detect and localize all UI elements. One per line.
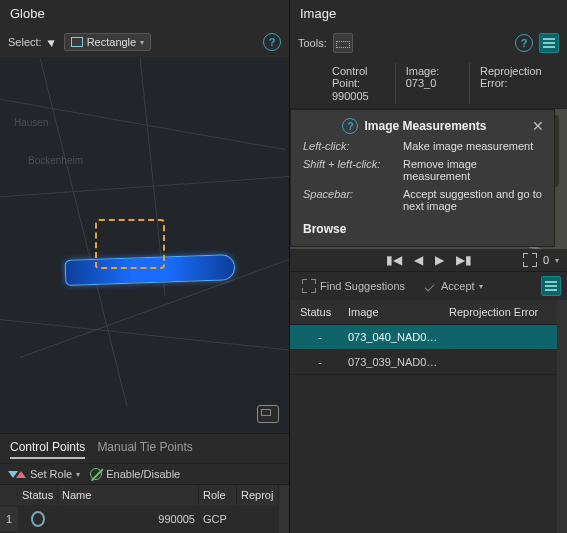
tools-label: Tools: bbox=[298, 37, 327, 49]
image-panel: Image Tools: ? Control Point: 990005 Ima… bbox=[290, 0, 567, 533]
select-label: Select: bbox=[8, 36, 42, 48]
lower-tabs: Control Points Manual Tie Points bbox=[0, 433, 289, 463]
role-up-icon bbox=[16, 471, 26, 478]
table-header-row: Status Name Role Reproj bbox=[0, 485, 279, 505]
col-role[interactable]: Role bbox=[199, 485, 237, 505]
last-button[interactable]: ▶▮ bbox=[456, 253, 472, 267]
col-reproj[interactable]: Reproj bbox=[237, 485, 279, 505]
info-cp-value: 990005 bbox=[332, 90, 385, 102]
accept-icon bbox=[423, 279, 437, 293]
info-icon: ? bbox=[342, 118, 358, 134]
image-view-container: Measured point Projected point Suggested… bbox=[290, 109, 567, 249]
info-image-value: 073_0 bbox=[406, 77, 437, 89]
set-role-label: Set Role bbox=[30, 468, 72, 480]
draw-icon bbox=[336, 37, 350, 49]
tab-control-points[interactable]: Control Points bbox=[10, 440, 85, 459]
browse-heading: Browse bbox=[303, 222, 544, 236]
info-image-label: Image: bbox=[406, 65, 440, 77]
set-role-button[interactable]: Set Role ▾ bbox=[8, 468, 80, 480]
row-status: - bbox=[296, 356, 344, 368]
row-role: GCP bbox=[199, 507, 237, 531]
globe-toolbar: Select: Rectangle ▾ ? bbox=[0, 29, 289, 57]
shortcut-key: Spacebar: bbox=[303, 188, 403, 212]
first-button[interactable]: ▮◀ bbox=[386, 253, 402, 267]
find-suggestions-button[interactable]: Find Suggestions bbox=[296, 276, 411, 296]
col-rownum bbox=[0, 491, 18, 499]
next-button[interactable]: ▶ bbox=[435, 253, 444, 267]
row-status bbox=[18, 505, 58, 533]
info-control-point: Control Point: 990005 bbox=[322, 63, 395, 104]
col-status[interactable]: Status bbox=[296, 304, 344, 320]
globe-map-view[interactable]: Hausen Bockenheim bbox=[0, 57, 289, 433]
row-image: 073_040_NAD002112 bbox=[344, 331, 445, 343]
map-label-hausen: Hausen bbox=[14, 117, 48, 128]
close-icon[interactable]: ✕ bbox=[532, 118, 544, 134]
suggestions-bar: Find Suggestions Accept ▾ bbox=[290, 271, 567, 300]
popover-title: Image Measurements bbox=[364, 119, 486, 133]
control-points-table: Status Name Role Reproj 1 990005 GCP bbox=[0, 484, 289, 533]
shortcut-val: Remove image measurement bbox=[403, 158, 544, 182]
help-icon[interactable]: ? bbox=[263, 33, 281, 51]
chevron-down-icon: ▾ bbox=[76, 470, 80, 479]
image-playbar: ▮◀ ◀ ▶ ▶▮ 0 ▾ bbox=[290, 249, 567, 271]
shortcut-list: Left-click: Make image measurement Shift… bbox=[303, 140, 544, 212]
image-list-table: Status Image Reprojection Error - 073_04… bbox=[290, 300, 557, 533]
info-reproj-label: Reprojection Error: bbox=[480, 65, 553, 89]
image-toolbar: Tools: ? bbox=[290, 29, 567, 59]
col-reproj[interactable]: Reprojection Error bbox=[445, 304, 551, 320]
info-reproj: Reprojection Error: bbox=[469, 63, 563, 104]
image-measurements-popover: ? Image Measurements ✕ Left-click: Make … bbox=[290, 109, 555, 247]
help-icon[interactable]: ? bbox=[515, 34, 533, 52]
table-toggle-button[interactable] bbox=[541, 276, 561, 296]
accept-label: Accept bbox=[441, 280, 475, 292]
row-name: 990005 bbox=[58, 507, 199, 531]
scrollbar[interactable] bbox=[279, 485, 289, 533]
status-ring-icon bbox=[31, 511, 45, 527]
expand-icon[interactable] bbox=[523, 253, 537, 267]
enable-disable-label: Enable/Disable bbox=[106, 468, 180, 480]
enable-disable-button[interactable]: Enable/Disable bbox=[90, 468, 180, 480]
table-row[interactable]: - 073_040_NAD002112 bbox=[290, 325, 557, 350]
list-toggle-button[interactable] bbox=[539, 33, 559, 53]
select-shape-label: Rectangle bbox=[87, 36, 137, 48]
basemap-icon[interactable] bbox=[257, 405, 279, 423]
accept-button[interactable]: Accept ▾ bbox=[417, 276, 489, 296]
cursor-icon bbox=[48, 37, 58, 47]
info-image: Image: 073_0 bbox=[395, 63, 469, 104]
shortcut-val: Make image measurement bbox=[403, 140, 544, 152]
globe-title: Globe bbox=[0, 0, 289, 29]
find-icon bbox=[302, 279, 316, 293]
list-icon bbox=[545, 281, 557, 291]
select-shape-dropdown[interactable]: Rectangle ▾ bbox=[64, 33, 152, 51]
table-row[interactable]: 1 990005 GCP bbox=[0, 505, 279, 533]
row-reproj bbox=[237, 513, 279, 525]
row-status: - bbox=[296, 331, 344, 343]
col-image[interactable]: Image bbox=[344, 304, 445, 320]
prev-button[interactable]: ◀ bbox=[414, 253, 423, 267]
list-icon bbox=[543, 38, 555, 48]
find-suggestions-label: Find Suggestions bbox=[320, 280, 405, 292]
row-image: 073_039_NAD002111 bbox=[344, 356, 445, 368]
col-name[interactable]: Name bbox=[58, 485, 199, 505]
map-selection-box[interactable] bbox=[95, 219, 165, 269]
shortcut-key: Shift + left-click: bbox=[303, 158, 403, 182]
control-points-actions: Set Role ▾ Enable/Disable bbox=[0, 463, 289, 484]
enable-disable-icon bbox=[90, 468, 102, 480]
playbar-count: 0 bbox=[543, 254, 549, 266]
draw-tool-button[interactable] bbox=[333, 33, 353, 53]
rectangle-icon bbox=[71, 37, 83, 47]
col-status[interactable]: Status bbox=[18, 485, 58, 505]
table-row[interactable]: - 073_039_NAD002111 bbox=[290, 350, 557, 375]
scrollbar[interactable] bbox=[557, 300, 567, 533]
tab-manual-tie-points[interactable]: Manual Tie Points bbox=[97, 440, 192, 459]
shortcut-key: Left-click: bbox=[303, 140, 403, 152]
shortcut-val: Accept suggestion and go to next image bbox=[403, 188, 544, 212]
row-number: 1 bbox=[0, 507, 18, 531]
image-info-strip: Control Point: 990005 Image: 073_0 Repro… bbox=[290, 59, 567, 109]
chevron-down-icon[interactable]: ▾ bbox=[555, 256, 559, 265]
map-label-bockenheim: Bockenheim bbox=[28, 155, 83, 166]
chevron-down-icon: ▾ bbox=[140, 38, 144, 47]
globe-panel: Globe Select: Rectangle ▾ ? Hausen Bocke… bbox=[0, 0, 290, 533]
table-header-row: Status Image Reprojection Error bbox=[290, 300, 557, 325]
info-cp-label: Control Point: bbox=[332, 65, 385, 89]
